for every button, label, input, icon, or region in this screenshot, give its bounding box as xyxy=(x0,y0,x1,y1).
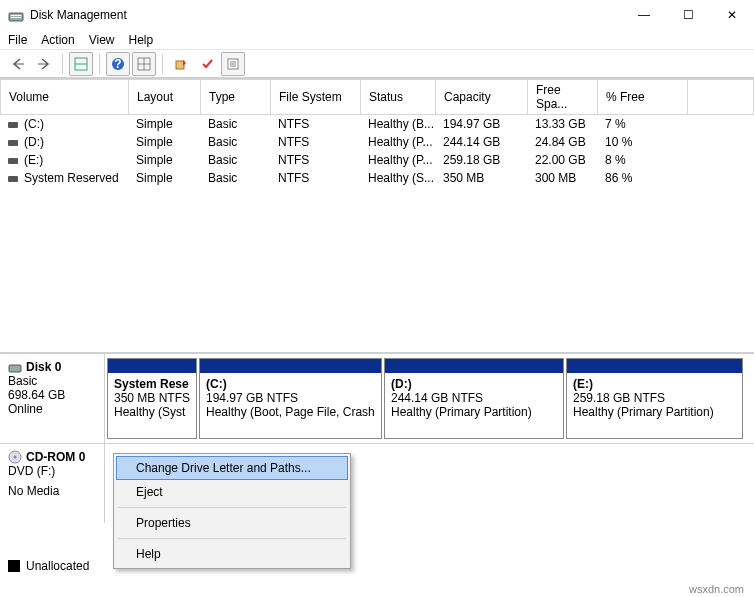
disk-status: Online xyxy=(8,402,96,416)
action-wizard-button[interactable] xyxy=(169,52,193,76)
volume-icon xyxy=(8,158,18,164)
legend-swatch-unallocated xyxy=(8,560,20,572)
volume-icon xyxy=(8,176,18,182)
svg-rect-2 xyxy=(11,17,21,18)
col-capacity[interactable]: Capacity xyxy=(436,80,528,115)
layout-button[interactable] xyxy=(132,52,156,76)
col-volume[interactable]: Volume xyxy=(1,80,129,115)
context-menu: Change Drive Letter and Paths... Eject P… xyxy=(113,453,351,569)
col-pct[interactable]: % Free xyxy=(598,80,688,115)
partition-block[interactable]: System Rese350 MB NTFSHealthy (Syst xyxy=(107,358,197,439)
titlebar: Disk Management — ☐ ✕ xyxy=(0,0,754,30)
svg-point-17 xyxy=(14,456,17,459)
col-filesystem[interactable]: File System xyxy=(271,80,361,115)
col-layout[interactable]: Layout xyxy=(129,80,201,115)
col-free[interactable]: Free Spa... xyxy=(528,80,598,115)
table-row[interactable]: (E:)SimpleBasicNTFSHealthy (P...259.18 G… xyxy=(0,151,754,169)
partition-block[interactable]: (D:)244.14 GB NTFSHealthy (Primary Parti… xyxy=(384,358,564,439)
volume-list: Volume Layout Type File System Status Ca… xyxy=(0,78,754,353)
disk-icon xyxy=(8,360,22,374)
disk-row-disk0[interactable]: Disk 0 Basic 698.64 GB Online System Res… xyxy=(0,353,754,443)
view-panes-button[interactable] xyxy=(69,52,93,76)
close-button[interactable]: ✕ xyxy=(710,0,754,30)
table-row[interactable]: (D:)SimpleBasicNTFSHealthy (P...244.14 G… xyxy=(0,133,754,151)
forward-button[interactable] xyxy=(32,52,56,76)
menu-change-drive-letter[interactable]: Change Drive Letter and Paths... xyxy=(116,456,348,480)
cdrom-icon xyxy=(8,450,22,464)
menu-properties[interactable]: Properties xyxy=(116,511,348,535)
svg-rect-15 xyxy=(9,365,21,372)
cdrom-name: CD-ROM 0 xyxy=(26,450,85,464)
volume-icon xyxy=(8,140,18,146)
disk-name: Disk 0 xyxy=(26,360,61,374)
disk-size: 698.64 GB xyxy=(8,388,96,402)
menu-file[interactable]: File xyxy=(8,33,27,47)
menu-view[interactable]: View xyxy=(89,33,115,47)
svg-rect-10 xyxy=(176,61,184,69)
legend-label-unallocated: Unallocated xyxy=(26,559,89,573)
footer-text: wsxdn.com xyxy=(689,583,744,595)
svg-rect-1 xyxy=(11,15,21,16)
properties-button[interactable] xyxy=(221,52,245,76)
partition-block[interactable]: (C:)194.97 GB NTFSHealthy (Boot, Page Fi… xyxy=(199,358,382,439)
maximize-button[interactable]: ☐ xyxy=(666,0,710,30)
volume-list-header[interactable]: Volume Layout Type File System Status Ca… xyxy=(1,80,754,115)
check-button[interactable] xyxy=(195,52,219,76)
menu-help[interactable]: Help xyxy=(129,33,154,47)
table-row[interactable]: (C:)SimpleBasicNTFSHealthy (B...194.97 G… xyxy=(0,115,754,133)
back-button[interactable] xyxy=(6,52,30,76)
svg-text:?: ? xyxy=(114,57,121,71)
menu-help[interactable]: Help xyxy=(116,542,348,566)
toolbar: ? xyxy=(0,50,754,78)
col-type[interactable]: Type xyxy=(201,80,271,115)
table-row[interactable]: System ReservedSimpleBasicNTFSHealthy (S… xyxy=(0,169,754,187)
app-icon xyxy=(8,7,24,23)
help-button[interactable]: ? xyxy=(106,52,130,76)
partition-block[interactable]: (E:)259.18 GB NTFSHealthy (Primary Parti… xyxy=(566,358,743,439)
col-status[interactable]: Status xyxy=(361,80,436,115)
volume-icon xyxy=(8,122,18,128)
disk-type: Basic xyxy=(8,374,96,388)
menubar: File Action View Help xyxy=(0,30,754,50)
cdrom-line3: No Media xyxy=(8,484,96,498)
legend: Unallocated xyxy=(8,559,89,573)
menu-eject[interactable]: Eject xyxy=(116,480,348,504)
cdrom-line2: DVD (F:) xyxy=(8,464,96,478)
minimize-button[interactable]: — xyxy=(622,0,666,30)
window-title: Disk Management xyxy=(30,8,622,22)
menu-action[interactable]: Action xyxy=(41,33,74,47)
